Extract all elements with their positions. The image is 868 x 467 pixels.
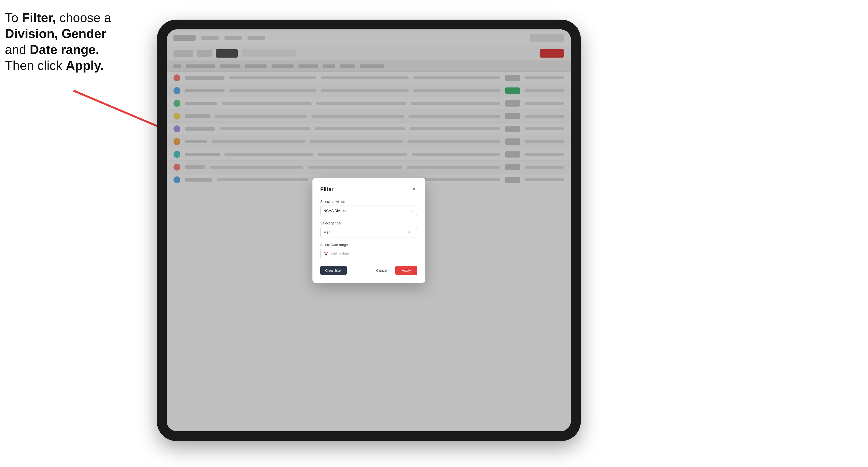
footer-right: Cancel Apply bbox=[371, 266, 417, 275]
filter-modal: Filter × Select a division NCAA Division… bbox=[312, 178, 425, 283]
close-icon: × bbox=[413, 187, 415, 192]
division-clear-icon[interactable]: × bbox=[408, 209, 410, 212]
instruction-and: and Date range. bbox=[5, 42, 99, 57]
clear-filter-button[interactable]: Clear filter bbox=[320, 266, 347, 275]
gender-chevron-icon: ⌄ bbox=[411, 230, 414, 234]
apply-button[interactable]: Apply bbox=[395, 266, 417, 275]
modal-close-button[interactable]: × bbox=[410, 186, 417, 193]
division-label: Select a division bbox=[320, 200, 417, 204]
division-chevron-icon: ⌄ bbox=[411, 209, 414, 212]
division-value: NCAA Division I bbox=[323, 209, 349, 213]
date-form-group: Select Date range 📅 Pick a date bbox=[320, 243, 417, 259]
select-icons: × ⌄ bbox=[408, 209, 414, 212]
date-input[interactable]: 📅 Pick a date bbox=[320, 249, 417, 259]
modal-header: Filter × bbox=[320, 186, 417, 193]
instruction-then: Then click Apply. bbox=[5, 58, 104, 72]
gender-form-group: Select gender Men × ⌄ bbox=[320, 221, 417, 238]
tablet-screen: Filter × Select a division NCAA Division… bbox=[167, 29, 571, 431]
gender-value: Men bbox=[323, 230, 331, 234]
date-label: Select Date range bbox=[320, 243, 417, 247]
instruction-text: To Filter, choose a Division, Gender and… bbox=[5, 10, 142, 73]
instruction-line1: To Filter, choose a bbox=[5, 10, 111, 25]
date-placeholder: Pick a date bbox=[331, 252, 349, 256]
instruction-division-gender: Division, Gender bbox=[5, 27, 106, 41]
gender-select[interactable]: Men × ⌄ bbox=[320, 227, 417, 238]
cancel-button[interactable]: Cancel bbox=[371, 266, 393, 275]
modal-footer: Clear filter Cancel Apply bbox=[320, 266, 417, 275]
gender-label: Select gender bbox=[320, 221, 417, 225]
gender-select-icons: × ⌄ bbox=[408, 230, 414, 234]
gender-clear-icon[interactable]: × bbox=[408, 230, 410, 234]
modal-overlay: Filter × Select a division NCAA Division… bbox=[167, 29, 571, 431]
division-form-group: Select a division NCAA Division I × ⌄ bbox=[320, 200, 417, 216]
tablet-frame: Filter × Select a division NCAA Division… bbox=[157, 20, 581, 441]
division-select[interactable]: NCAA Division I × ⌄ bbox=[320, 206, 417, 216]
calendar-icon: 📅 bbox=[323, 251, 329, 256]
modal-title: Filter bbox=[320, 186, 334, 193]
